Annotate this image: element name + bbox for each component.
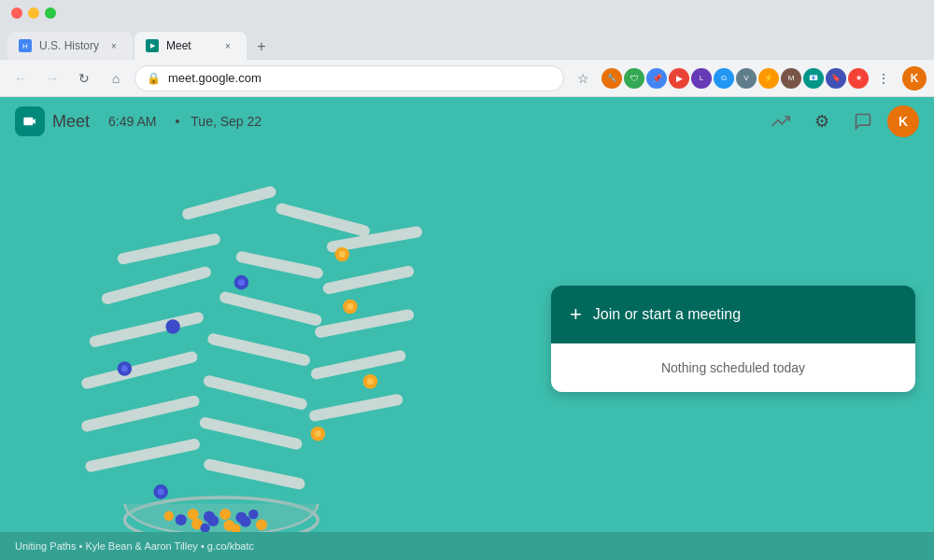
svg-point-23	[238, 279, 245, 286]
reload-button[interactable]: ↻	[71, 65, 97, 91]
ext-icon-1[interactable]: 🔧	[601, 68, 622, 89]
address-bar: ← → ↻ ⌂ 🔒 meet.google.com ☆ 🔧 🛡 📌 ▶ L G …	[0, 60, 934, 97]
ext-icon-2[interactable]: 🛡	[624, 68, 644, 89]
settings-icon: ⚙	[814, 111, 829, 132]
svg-point-45	[219, 509, 231, 520]
artwork-area	[0, 146, 523, 532]
tab-close-meet[interactable]: ×	[220, 38, 235, 53]
ext-icon-12[interactable]: ★	[848, 68, 869, 89]
svg-point-44	[204, 511, 215, 523]
tab-title-history: U.S. History	[39, 39, 99, 52]
svg-point-37	[176, 514, 187, 525]
meet-topbar: Meet 6:49 AM • Tue, Sep 22 ⚙	[0, 97, 934, 146]
bookmark-button[interactable]: ☆	[570, 65, 596, 91]
meet-card: + Join or start a meeting Nothing schedu…	[551, 286, 915, 392]
meet-logo: Meet 6:49 AM • Tue, Sep 22	[15, 106, 262, 136]
svg-point-36	[315, 430, 321, 437]
tab-bar: H U.S. History × ▶ Meet × +	[0, 26, 934, 60]
ext-icon-11[interactable]: 🔖	[826, 68, 846, 89]
svg-point-32	[347, 303, 353, 310]
join-or-start-button[interactable]: + Join or start a meeting	[551, 286, 915, 343]
settings-button[interactable]: ⚙	[805, 105, 839, 138]
ext-icon-6[interactable]: G	[714, 68, 734, 89]
extensions-menu-button[interactable]: ⋮	[870, 65, 897, 91]
meet-time: 6:49 AM	[108, 114, 156, 129]
tab-us-history[interactable]: H U.S. History ×	[7, 32, 133, 60]
extensions-area: 🔧 🛡 📌 ▶ L G V ⚡ M 📧 🔖 ★ ⋮	[601, 65, 897, 91]
maximize-button[interactable]	[45, 7, 56, 19]
profile-avatar[interactable]: K	[887, 105, 919, 137]
page-content: Meet 6:49 AM • Tue, Sep 22 ⚙	[0, 97, 934, 560]
traffic-lights	[11, 7, 56, 19]
ext-icon-8[interactable]: ⚡	[758, 68, 779, 89]
svg-point-43	[188, 509, 199, 520]
svg-point-42	[256, 519, 267, 530]
url-text: meet.google.com	[168, 71, 262, 85]
nothing-scheduled-text: Nothing scheduled today	[551, 343, 915, 392]
tab-close-history[interactable]: ×	[106, 38, 121, 53]
meet-date: Tue, Sep 22	[191, 114, 262, 129]
svg-point-28	[165, 319, 180, 334]
ext-icon-7[interactable]: V	[736, 68, 757, 89]
tab-title-meet: Meet	[166, 39, 191, 52]
ext-icon-3[interactable]: 📌	[646, 68, 667, 89]
lock-icon: 🔒	[147, 72, 161, 85]
plus-icon: +	[570, 302, 582, 327]
right-panel: + Join or start a meeting Nothing schedu…	[532, 146, 934, 532]
ext-icon-9[interactable]: M	[781, 68, 801, 89]
profile-button[interactable]: K	[902, 66, 927, 91]
back-button[interactable]: ←	[7, 65, 34, 91]
meet-separator: •	[175, 114, 179, 129]
close-button[interactable]	[11, 7, 22, 19]
ext-icon-10[interactable]: 📧	[803, 68, 824, 89]
trending-button[interactable]	[764, 105, 798, 138]
browser-frame: H U.S. History × ▶ Meet × + ← → ↻ ⌂ 🔒 me…	[0, 0, 934, 560]
home-button[interactable]: ⌂	[103, 65, 129, 91]
svg-point-47	[164, 511, 174, 521]
tab-favicon-history: H	[19, 39, 32, 52]
minimize-button[interactable]	[28, 7, 39, 19]
ext-icon-5[interactable]: L	[691, 68, 712, 89]
svg-point-46	[235, 511, 247, 523]
tab-favicon-meet: ▶	[146, 39, 159, 52]
background-credit: Uniting Paths • Kyle Bean & Aaron Tilley…	[15, 540, 254, 552]
svg-point-25	[121, 365, 128, 371]
svg-point-48	[248, 510, 258, 519]
title-bar	[0, 0, 934, 26]
join-button-label: Join or start a meeting	[593, 306, 741, 323]
new-tab-button[interactable]: +	[248, 34, 275, 60]
meet-app-name: Meet	[52, 112, 90, 132]
feedback-button[interactable]	[846, 105, 880, 138]
svg-point-27	[158, 488, 164, 495]
svg-point-34	[367, 378, 374, 385]
topbar-actions: ⚙ K	[764, 105, 919, 138]
meet-app-icon	[15, 106, 45, 136]
tab-meet[interactable]: ▶ Meet ×	[134, 32, 247, 60]
url-bar[interactable]: 🔒 meet.google.com	[134, 65, 564, 91]
svg-point-30	[339, 251, 346, 258]
ext-icon-4[interactable]: ▶	[669, 68, 689, 89]
bottom-bar: Uniting Paths • Kyle Bean & Aaron Tilley…	[0, 532, 934, 560]
forward-button[interactable]: →	[39, 65, 65, 91]
